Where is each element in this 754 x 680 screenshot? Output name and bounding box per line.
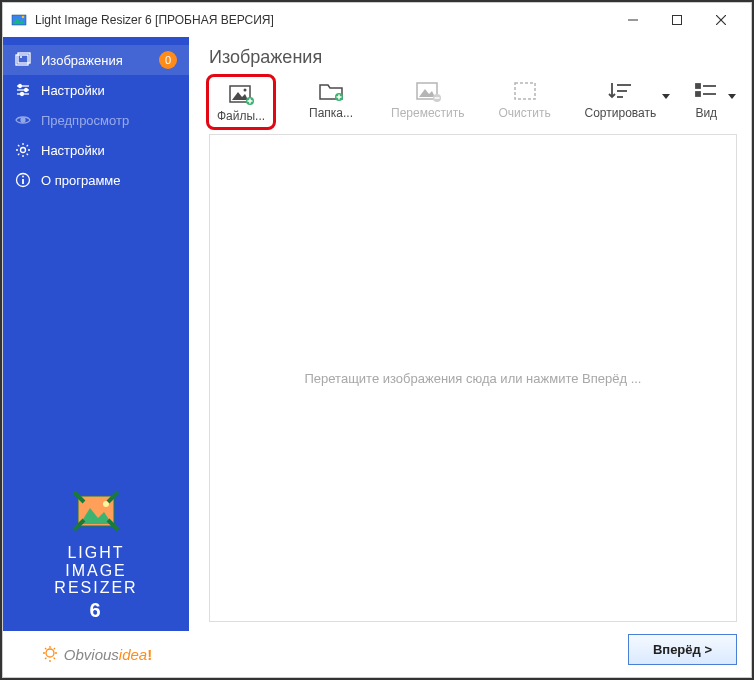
chevron-down-icon	[728, 88, 736, 102]
move-button: Переместить	[391, 80, 465, 120]
svg-rect-38	[515, 83, 535, 99]
sidebar-item-settings-1[interactable]: Настройки	[3, 75, 189, 105]
minimize-button[interactable]	[611, 5, 655, 35]
brand-line2: IMAGE	[54, 562, 137, 580]
clear-button: Очистить	[495, 80, 555, 120]
brand-version: 6	[54, 599, 137, 621]
images-count-badge: 0	[159, 51, 177, 69]
brand-logo-icon	[66, 484, 126, 538]
app-icon	[11, 12, 27, 28]
brand-text: LIGHT IMAGE RESIZER 6	[54, 544, 137, 621]
tool-label: Файлы...	[217, 109, 265, 123]
svg-point-17	[21, 148, 26, 153]
svg-marker-35	[419, 89, 435, 97]
footer: Вперёд >	[209, 634, 737, 665]
tool-label: Очистить	[498, 106, 550, 120]
svg-point-2	[22, 16, 25, 19]
svg-marker-26	[232, 92, 248, 100]
app-window: Light Image Resizer 6 [ПРОБНАЯ ВЕРСИЯ] И…	[2, 2, 752, 678]
chevron-down-icon	[662, 88, 670, 102]
add-files-button[interactable]: Файлы...	[211, 80, 271, 126]
svg-point-24	[46, 649, 54, 657]
gear-icon	[15, 142, 31, 158]
sidebar-nav: Изображения 0 Настройки Предпросмотр	[3, 37, 189, 195]
next-button[interactable]: Вперёд >	[628, 634, 737, 665]
sidebar-item-label: Изображения	[41, 53, 149, 68]
info-icon	[15, 172, 31, 188]
sidebar-item-settings-2[interactable]: Настройки	[3, 135, 189, 165]
svg-point-9	[20, 56, 22, 58]
image-dropzone[interactable]: Перетащите изображения сюда или нажмите …	[209, 134, 737, 622]
brand-line1: LIGHT	[54, 544, 137, 562]
clear-icon	[512, 80, 538, 102]
folder-add-icon	[318, 80, 344, 102]
main-panel: Изображения Файлы... Папка...	[189, 37, 751, 677]
sort-button[interactable]: Сортировать	[585, 80, 657, 120]
svg-point-14	[25, 89, 28, 92]
tool-label: Папка...	[309, 106, 353, 120]
titlebar: Light Image Resizer 6 [ПРОБНАЯ ВЕРСИЯ]	[3, 3, 751, 37]
svg-point-16	[21, 118, 25, 122]
sidebar-footer[interactable]: Obviousidea!	[3, 631, 189, 677]
sort-icon	[607, 80, 633, 102]
svg-rect-44	[696, 92, 700, 96]
close-button[interactable]	[699, 5, 743, 35]
sidebar-item-label: О программе	[41, 173, 177, 188]
maximize-button[interactable]	[655, 5, 699, 35]
tool-label: Сортировать	[585, 106, 657, 120]
eye-icon	[15, 112, 31, 128]
svg-point-27	[243, 89, 246, 92]
brand-line3: RESIZER	[54, 579, 137, 597]
toolbar: Файлы... Папка... Переместить	[209, 80, 737, 126]
sidebar-item-preview: Предпросмотр	[3, 105, 189, 135]
lightbulb-icon	[40, 644, 60, 664]
svg-rect-43	[696, 84, 700, 88]
sliders-icon	[15, 82, 31, 98]
sidebar-item-about[interactable]: О программе	[3, 165, 189, 195]
svg-marker-47	[728, 94, 736, 99]
images-icon	[15, 52, 31, 68]
add-folder-button[interactable]: Папка...	[301, 80, 361, 120]
sidebar-item-label: Настройки	[41, 143, 177, 158]
sidebar-item-label: Настройки	[41, 83, 177, 98]
sidebar-brand: LIGHT IMAGE RESIZER 6	[3, 195, 189, 631]
tool-label: Переместить	[391, 106, 465, 120]
window-title: Light Image Resizer 6 [ПРОБНАЯ ВЕРСИЯ]	[35, 13, 274, 27]
view-button[interactable]: Вид	[686, 80, 726, 120]
dropzone-hint: Перетащите изображения сюда или нажмите …	[305, 371, 642, 386]
view-list-icon	[693, 80, 719, 102]
sidebar-item-images[interactable]: Изображения 0	[3, 45, 189, 75]
sidebar-item-label: Предпросмотр	[41, 113, 177, 128]
footer-brand-text: Obviousidea!	[64, 646, 152, 663]
page-title: Изображения	[209, 47, 737, 68]
image-remove-icon	[415, 80, 441, 102]
svg-point-13	[19, 85, 22, 88]
sidebar: Изображения 0 Настройки Предпросмотр	[3, 37, 189, 677]
svg-point-15	[21, 93, 24, 96]
image-add-icon	[228, 83, 254, 105]
highlight-annotation: Файлы...	[206, 74, 276, 130]
svg-marker-42	[662, 94, 670, 99]
svg-point-20	[22, 176, 24, 178]
svg-rect-4	[673, 16, 682, 25]
tool-label: Вид	[695, 106, 717, 120]
